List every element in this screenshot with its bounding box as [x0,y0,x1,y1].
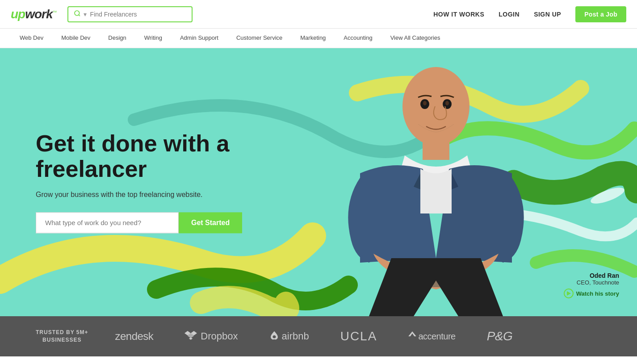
search-bar: ▾ [67,6,193,22]
hero-title: Get it done with a freelancer [36,131,277,182]
hero-section: Get it done with a freelancer Grow your … [0,48,637,316]
logo[interactable]: upwork™ [11,7,57,21]
how-it-works-link[interactable]: HOW IT WORKS [433,11,484,18]
category-accounting[interactable]: Accounting [335,29,381,48]
hero-search-input[interactable] [36,213,179,234]
hero-content: Get it done with a freelancer Grow your … [36,131,277,233]
search-dropdown[interactable]: ▾ [84,11,87,18]
hero-search-row: Get Started [36,213,277,234]
svg-rect-4 [423,138,449,160]
search-icon [74,10,81,19]
accenture-icon [408,331,416,341]
category-marketing[interactable]: Marketing [291,29,335,48]
attribution-role: CEO, Touchnote [564,279,619,286]
category-design[interactable]: Design [99,29,135,48]
trust-label: TRUSTED BY 5M+ BUSINESSES [36,329,88,344]
airbnb-label: airbnb [282,331,309,342]
svg-point-9 [445,101,449,105]
accenture-label: accenture [418,331,455,342]
trust-logos: zendesk Dropbox airbnb UCLA [115,329,601,343]
trust-logo-dropbox: Dropbox [184,331,238,342]
category-mobile-dev[interactable]: Mobile Dev [52,29,99,48]
hero-person-image [324,62,548,316]
trust-logo-accenture: accenture [408,331,455,342]
logo-text: upwork™ [11,7,57,21]
watch-story-label: Watch his story [576,290,619,297]
category-admin-support[interactable]: Admin Support [171,29,227,48]
svg-point-8 [423,101,427,105]
signup-link[interactable]: SIGN UP [534,11,561,18]
watch-story-link[interactable]: Watch his story [564,289,619,298]
category-customer-service[interactable]: Customer Service [227,29,291,48]
trust-bar: TRUSTED BY 5M+ BUSINESSES zendesk Dropbo… [0,316,637,356]
hero-get-started-button[interactable]: Get Started [179,213,242,234]
dropbox-icon [184,331,197,342]
trust-logo-ucla: UCLA [340,329,377,343]
svg-point-3 [402,67,469,146]
trust-logo-pg: P&G [487,329,513,343]
dropbox-label: Dropbox [201,331,238,342]
person-svg [324,62,548,316]
header-nav: HOW IT WORKS LOGIN SIGN UP Post a Job [433,6,626,22]
trust-logo-zendesk: zendesk [115,330,153,343]
svg-marker-14 [189,338,193,340]
post-job-button[interactable]: Post a Job [575,6,626,22]
svg-point-0 [75,11,80,16]
hero-subtitle: Grow your business with the top freelanc… [36,191,277,199]
category-writing[interactable]: Writing [135,29,171,48]
category-view-all[interactable]: View All Categories [381,29,449,48]
play-icon [564,289,574,298]
trust-logo-airbnb: airbnb [269,331,309,342]
header: upwork™ ▾ HOW IT WORKS LOGIN SIGN UP Pos… [0,0,637,29]
hero-attribution: Oded Ran CEO, Touchnote Watch his story [564,272,619,298]
play-triangle [567,291,571,296]
airbnb-icon [269,331,279,342]
attribution-name: Oded Ran [564,272,619,279]
login-link[interactable]: LOGIN [499,11,520,18]
category-nav: Web Dev Mobile Dev Design Writing Admin … [0,29,637,48]
category-web-dev[interactable]: Web Dev [11,29,52,48]
search-input[interactable] [90,11,180,18]
